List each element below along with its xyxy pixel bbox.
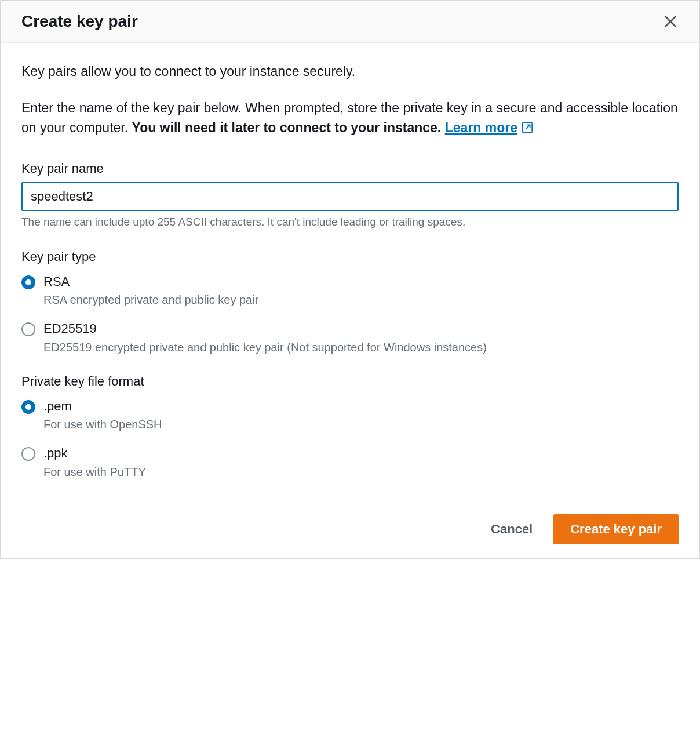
- radio-title: .pem: [43, 398, 679, 415]
- modal-footer: Cancel Create key pair: [1, 500, 699, 558]
- radio-button-pem[interactable]: [21, 400, 35, 414]
- intro-text: Key pairs allow you to connect to your i…: [21, 61, 679, 82]
- radio-title: RSA: [43, 274, 679, 290]
- radio-desc: RSA encrypted private and public key pai…: [43, 293, 679, 307]
- modal-title: Create key pair: [21, 12, 138, 31]
- name-hint: The name can include upto 255 ASCII char…: [21, 216, 679, 228]
- name-label: Key pair name: [21, 161, 679, 176]
- radio-title: ED25519: [43, 321, 679, 337]
- modal-header: Create key pair: [1, 1, 699, 43]
- learn-more-link[interactable]: Learn more: [445, 118, 534, 138]
- create-key-pair-button[interactable]: Create key pair: [553, 514, 679, 544]
- key-pair-name-input[interactable]: [21, 182, 679, 211]
- cancel-button[interactable]: Cancel: [486, 516, 537, 543]
- svg-line-3: [526, 125, 530, 129]
- private-key-format-section: Private key file format .pem For use wit…: [21, 374, 679, 479]
- type-label: Key pair type: [21, 249, 679, 264]
- radio-button-rsa[interactable]: [21, 275, 35, 289]
- close-icon[interactable]: [662, 13, 679, 30]
- radio-content: RSA RSA encrypted private and public key…: [43, 274, 679, 307]
- learn-more-label: Learn more: [445, 118, 517, 138]
- radio-button-ed25519[interactable]: [21, 322, 35, 336]
- radio-desc: For use with OpenSSH: [43, 418, 679, 431]
- key-pair-name-field: Key pair name The name can include upto …: [21, 161, 679, 228]
- radio-option-ppk[interactable]: .ppk For use with PuTTY: [21, 445, 679, 479]
- create-key-pair-modal: Create key pair Key pairs allow you to c…: [0, 0, 700, 559]
- radio-content: .pem For use with OpenSSH: [43, 398, 679, 432]
- external-link-icon: [521, 121, 534, 134]
- radio-option-ed25519[interactable]: ED25519 ED25519 encrypted private and pu…: [21, 321, 679, 354]
- key-pair-type-section: Key pair type RSA RSA encrypted private …: [21, 249, 679, 354]
- instruction-bold: You will need it later to connect to you…: [132, 120, 445, 135]
- radio-desc: For use with PuTTY: [43, 466, 679, 479]
- radio-button-ppk[interactable]: [21, 447, 35, 461]
- radio-desc: ED25519 encrypted private and public key…: [43, 341, 679, 354]
- radio-option-rsa[interactable]: RSA RSA encrypted private and public key…: [21, 274, 679, 307]
- instruction-text: Enter the name of the key pair below. Wh…: [21, 98, 679, 138]
- radio-content: ED25519 ED25519 encrypted private and pu…: [43, 321, 679, 354]
- radio-option-pem[interactable]: .pem For use with OpenSSH: [21, 398, 679, 432]
- radio-title: .ppk: [43, 445, 679, 462]
- format-label: Private key file format: [21, 374, 679, 389]
- modal-body: Key pairs allow you to connect to your i…: [1, 43, 699, 500]
- radio-content: .ppk For use with PuTTY: [43, 445, 679, 479]
